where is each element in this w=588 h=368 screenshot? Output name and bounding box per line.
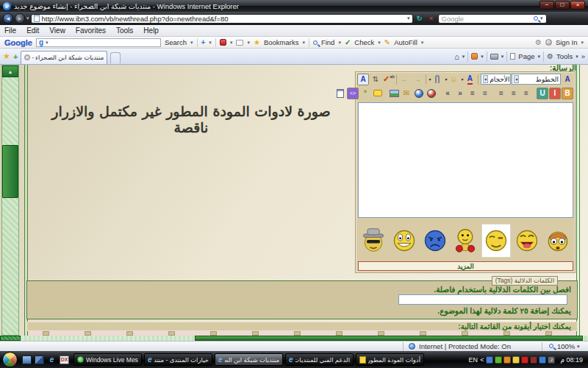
zoom-level[interactable]: 100% <box>557 342 575 350</box>
menu-help[interactable]: Help <box>143 26 159 35</box>
url-field[interactable]: http://www.ibn3.com/vb/newthread.php?do=… <box>31 14 413 24</box>
search-icon[interactable] <box>534 16 538 21</box>
url-dropdown-caret-icon[interactable]: ▾ <box>407 15 410 21</box>
tray-icon-maroon[interactable] <box>530 356 537 364</box>
home-icon[interactable]: ⌂ <box>454 52 459 61</box>
rss-feed-icon[interactable] <box>471 53 478 60</box>
editor-color-a-icon[interactable]: A <box>562 74 573 85</box>
detective-smiley-icon[interactable] <box>359 224 388 258</box>
menu-view[interactable]: View <box>49 26 65 35</box>
share-icon[interactable]: + <box>201 38 206 47</box>
remove-link-icon[interactable] <box>426 88 437 99</box>
html-icon[interactable]: <> <box>347 88 359 99</box>
page-menu-button[interactable]: Page <box>518 52 534 60</box>
vertical-scrollbar[interactable]: ▲ <box>1 65 19 336</box>
email-icon[interactable]: ✉ <box>401 88 412 99</box>
share-caret-icon[interactable]: ▾ <box>209 40 212 46</box>
align-right-icon[interactable]: ≡ <box>520 88 532 99</box>
feed-caret-icon[interactable]: ▾ <box>481 54 484 60</box>
autofill-caret-icon[interactable]: ▾ <box>421 40 424 46</box>
taskbar-button[interactable]: أدوات العودة المطورة للأ... <box>356 353 424 366</box>
vertical-scrollbar-thumb[interactable] <box>2 145 18 198</box>
internet-explorer-icon[interactable]: e <box>47 355 57 364</box>
font-family-select[interactable]: ▾الخطوط <box>512 74 561 85</box>
show-desktop-icon[interactable] <box>22 355 32 364</box>
laugh-smiley-icon[interactable] <box>512 224 542 258</box>
print-icon[interactable] <box>490 54 498 60</box>
check-caret-icon[interactable]: ▾ <box>378 40 381 46</box>
taskbar-button[interactable]: eخيارات المنتدى - منتد... <box>144 353 212 366</box>
document-icon[interactable]: DX <box>60 355 69 364</box>
font-color-icon[interactable]: A <box>464 74 476 85</box>
redo-icon[interactable]: → <box>412 74 423 85</box>
menu-edit[interactable]: Edit <box>26 26 39 35</box>
back-button[interactable]: ◄ <box>3 13 13 24</box>
boxer-smiley-icon[interactable] <box>451 224 480 258</box>
indent-icon[interactable]: « <box>442 88 453 99</box>
search-options-caret-icon[interactable]: ▾ <box>190 40 193 46</box>
print-caret-icon[interactable]: ▾ <box>501 54 504 60</box>
underline-icon[interactable]: U <box>537 88 548 99</box>
tray-icon-java[interactable] <box>486 356 493 364</box>
toolbar-overflow-icon[interactable]: » <box>581 52 585 60</box>
italic-icon[interactable]: I <box>549 88 561 99</box>
language-indicator[interactable]: EN <box>469 356 478 364</box>
google-search-input[interactable]: g ▾ <box>36 38 161 47</box>
zoom-caret-icon[interactable]: ▾ <box>577 344 580 350</box>
recent-pages-caret-icon[interactable]: ▾ <box>26 15 29 21</box>
font-size-select[interactable]: ▾الأحجام <box>481 74 511 85</box>
highlighter-icon[interactable] <box>236 40 243 46</box>
find-button[interactable]: Find <box>321 38 334 46</box>
autofill-button[interactable]: AutoFill <box>394 38 417 46</box>
tab-title[interactable]: منتديات شبكة ابن الصحراء - إنشاء موضوع ج… <box>32 54 104 61</box>
highlighter-caret-icon[interactable]: ▾ <box>247 40 250 46</box>
refresh-button[interactable]: ↻ <box>415 14 425 24</box>
search-caret-icon[interactable]: ▾ <box>540 15 543 21</box>
google-search-caret-icon[interactable]: ▾ <box>46 40 49 46</box>
minimize-button[interactable]: − <box>539 1 554 10</box>
google-search-button[interactable]: Search <box>165 38 187 46</box>
search-box[interactable]: Google ▾ <box>438 14 547 24</box>
grin-smiley-icon[interactable] <box>390 224 419 258</box>
tray-icon-green[interactable] <box>495 356 502 364</box>
sad-blue-smiley-icon[interactable] <box>420 224 450 258</box>
align-left-icon[interactable]: ≡ <box>495 88 507 99</box>
scroll-up-button[interactable]: ▲ <box>2 66 18 77</box>
switch-windows-icon[interactable] <box>35 355 44 364</box>
favorites-star-icon[interactable]: ★ <box>3 52 10 61</box>
tools-menu-button[interactable]: Tools <box>556 52 573 60</box>
bullet-list-icon[interactable]: ≡ <box>467 88 478 99</box>
taskbar-button[interactable]: eالدعم الفني للمنتديات - ... <box>285 353 354 366</box>
align-center-icon[interactable]: ≡ <box>508 88 520 99</box>
spellcheck-icon[interactable]: ✓ab <box>382 74 394 85</box>
clock[interactable]: 08:19 م <box>560 356 583 364</box>
find-caret-icon[interactable]: ▾ <box>338 40 341 46</box>
tray-icon-orange[interactable] <box>503 356 511 364</box>
search-placeholder[interactable]: Google <box>442 15 531 23</box>
tools-caret-icon[interactable]: ▾ <box>576 54 578 60</box>
horizontal-scrollbar[interactable] <box>0 336 588 341</box>
pagerank-icon[interactable] <box>220 39 226 46</box>
undo-icon[interactable]: ← <box>399 74 411 85</box>
horizontal-scrollbar-thumb[interactable] <box>195 336 583 341</box>
tags-input[interactable] <box>398 294 567 305</box>
tray-icon-blue[interactable] <box>539 356 546 364</box>
menu-file[interactable]: File <box>4 26 16 35</box>
wink-smiley-icon[interactable] <box>481 224 511 258</box>
toolbar-options-gear-icon[interactable]: ⚙ <box>535 38 542 47</box>
quote-icon[interactable] <box>372 88 384 99</box>
sort-icon[interactable]: ⇅ <box>370 74 381 85</box>
taskbar-button[interactable]: eمنتديات شبكة ابن الصح... <box>215 353 283 366</box>
insert-link-icon[interactable] <box>413 88 425 99</box>
maximize-button[interactable]: □ <box>555 1 570 10</box>
bold-icon[interactable]: B <box>562 88 573 99</box>
shocked-smiley-icon[interactable] <box>543 224 573 258</box>
scroll-left-button[interactable] <box>0 336 21 341</box>
more-smilies-link[interactable]: المزيد <box>358 261 573 271</box>
menu-tools[interactable]: Tools <box>116 26 133 35</box>
taskbar-button[interactable]: Windows Live Mess... <box>74 353 142 366</box>
smilies-icon[interactable]: ☺ <box>448 74 459 85</box>
ordered-list-icon[interactable]: ≡ <box>479 88 491 99</box>
tab-active[interactable]: منتديات شبكة ابن الصحراء - إنشاء موضوع ج… <box>21 51 107 64</box>
url-text[interactable]: http://www.ibn3.com/vb/newthread.php?do=… <box>42 15 405 23</box>
